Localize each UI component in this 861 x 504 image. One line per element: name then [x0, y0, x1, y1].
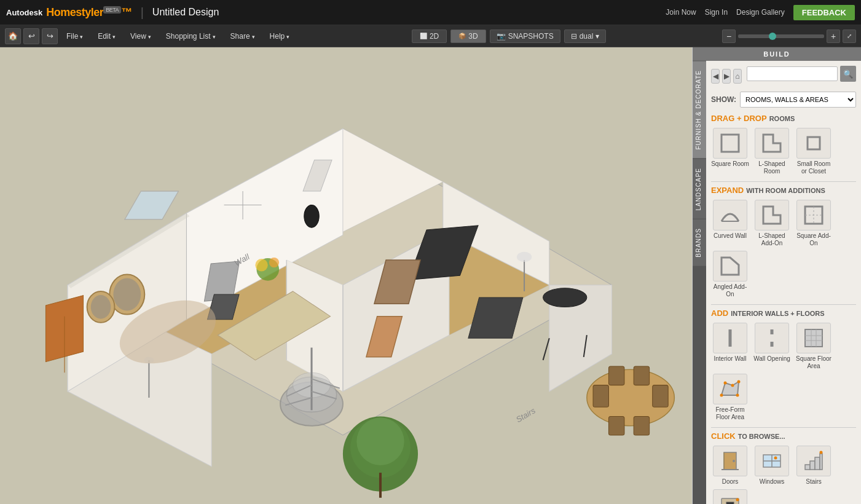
panel-search-go-button[interactable]: 🔍 — [840, 66, 856, 82]
show-select[interactable]: ROOMS, WALLS & AREAS — [740, 92, 856, 108]
interior-wall-icon — [713, 323, 747, 353]
join-now-link[interactable]: Join Now — [666, 8, 696, 17]
browse-heading: CLICK TO BROWSE... — [711, 431, 856, 441]
zoom-slider[interactable] — [738, 34, 824, 38]
redo-button[interactable]: ↪ — [42, 28, 58, 44]
home-icon-button[interactable]: 🏠 — [5, 28, 21, 44]
windows-item[interactable]: Windows — [753, 446, 791, 486]
stairs-item[interactable]: Stairs — [795, 446, 833, 486]
svg-rect-51 — [653, 385, 668, 408]
square-room-item[interactable]: Square Room — [711, 128, 749, 175]
house-scene: Wall Stairs — [0, 47, 692, 504]
view-2d-button[interactable]: ⬜2D — [412, 30, 447, 43]
svg-rect-98 — [820, 454, 822, 470]
svg-point-20 — [91, 295, 111, 319]
panel-search-input[interactable] — [747, 66, 838, 81]
feedback-button[interactable]: FEEDBACK — [793, 5, 855, 20]
windows-icon — [755, 446, 789, 476]
snapshots-button[interactable]: 📷 SNAPSHOTS — [490, 30, 560, 43]
view-menu[interactable]: View▾ — [124, 30, 157, 43]
fireplaces-item[interactable]: Fireplaces — [711, 489, 749, 504]
drag-drop-rooms-grid: Square Room L-Shaped Room Small Room or … — [711, 128, 856, 175]
panel-back-button[interactable]: ◀ — [711, 69, 720, 84]
square-addon-label: Square Add-On — [795, 232, 833, 247]
add-label: ADD — [711, 309, 728, 318]
doors-item[interactable]: Doors — [711, 446, 749, 486]
svg-rect-67 — [808, 137, 820, 149]
rooms-label: ROOMS — [769, 115, 795, 122]
logo-homestyler: HomestylerBETA™ — [46, 6, 132, 19]
square-addon-icon — [796, 200, 831, 230]
free-form-floor-area-item[interactable]: Free-Form Floor Area — [711, 374, 749, 421]
landscape-tab[interactable]: LANDSCAPE — [693, 159, 706, 219]
panel-forward-button[interactable]: ▶ — [722, 69, 731, 84]
l-shaped-room-item[interactable]: L-Shaped Room — [753, 128, 791, 175]
svg-rect-55 — [634, 417, 649, 436]
undo-button[interactable]: ↩ — [23, 28, 39, 44]
share-menu[interactable]: Share▾ — [224, 30, 261, 43]
canvas-area[interactable]: ▲ ▼ ◀ ▶ — [0, 47, 692, 504]
curved-wall-item[interactable]: Curved Wall — [711, 200, 749, 247]
right-panel: BUILD FURNISH & DECORATE LANDSCAPE BRAND… — [692, 47, 861, 504]
room-additions-grid: Curved Wall L-Shaped Add-On Square Add-O… — [711, 200, 856, 298]
svg-rect-97 — [815, 457, 820, 470]
square-room-icon — [713, 128, 747, 159]
svg-point-86 — [736, 394, 739, 397]
design-gallery-link[interactable]: Design Gallery — [736, 8, 785, 17]
brands-tab[interactable]: BRANDS — [693, 219, 706, 266]
edit-menu[interactable]: Edit▾ — [92, 30, 122, 43]
square-room-label: Square Room — [711, 160, 749, 168]
svg-point-94 — [774, 457, 777, 460]
svg-rect-77 — [805, 329, 822, 347]
build-label: BUILD — [763, 50, 790, 58]
right-panel-inner: FURNISH & DECORATE LANDSCAPE BRANDS 🔍 ◀ … — [693, 61, 861, 504]
svg-point-87 — [720, 394, 723, 397]
vertical-tabs: FURNISH & DECORATE LANDSCAPE BRANDS 🔍 — [693, 61, 706, 504]
zoom-out-button[interactable]: − — [722, 30, 736, 43]
beta-badge: BETA — [103, 6, 121, 14]
interior-walls-label: INTERIOR WALLS + FLOORS — [731, 310, 824, 317]
zoom-in-button[interactable]: + — [827, 30, 840, 43]
svg-rect-50 — [593, 385, 608, 408]
drag-drop-heading: DRAG + DROP ROOMS — [711, 114, 856, 123]
wall-opening-item[interactable]: Wall Opening — [753, 323, 791, 370]
furnish-decorate-tab[interactable]: FURNISH & DECORATE — [693, 61, 706, 159]
topbar-left: Autodesk HomestylerBETA™ | Untitled Desi… — [6, 6, 219, 20]
dual-view-button[interactable]: ⊟ dual ▾ — [564, 30, 607, 43]
top-bar: Autodesk HomestylerBETA™ | Untitled Desi… — [0, 0, 861, 25]
sign-in-link[interactable]: Sign In — [705, 8, 728, 17]
fullscreen-button[interactable]: ⤢ — [843, 30, 856, 43]
brand-name: Autodesk — [6, 8, 42, 17]
svg-point-44 — [269, 258, 279, 267]
interior-wall-item[interactable]: Interior Wall — [711, 323, 749, 370]
small-room-closet-item[interactable]: Small Room or Closet — [795, 128, 833, 175]
svg-point-84 — [731, 384, 734, 387]
doors-label: Doors — [722, 478, 739, 486]
square-addon-item[interactable]: Square Add-On — [795, 200, 833, 247]
svg-rect-96 — [810, 461, 815, 470]
curved-wall-label: Curved Wall — [714, 232, 747, 240]
browse-grid: Doors Windows — [711, 446, 856, 504]
fireplaces-icon — [713, 489, 747, 504]
file-menu[interactable]: File▾ — [60, 30, 89, 43]
view-3d-button[interactable]: 📦3D — [450, 30, 486, 43]
expand-label: EXPAND — [711, 186, 744, 195]
svg-rect-65 — [721, 135, 739, 152]
main-area: ▲ ▼ ◀ ▶ — [0, 47, 861, 504]
svg-rect-95 — [805, 465, 810, 470]
square-floor-area-item[interactable]: Square Floor Area — [795, 323, 833, 370]
shopping-list-menu[interactable]: Shopping List▾ — [160, 30, 222, 43]
svg-point-28 — [304, 205, 319, 227]
angled-addon-item[interactable]: Angled Add-On — [711, 251, 749, 298]
svg-point-85 — [737, 380, 741, 384]
l-shaped-room-label: L-Shaped Room — [753, 160, 791, 175]
panel-top-bar: BUILD — [693, 47, 861, 61]
design-title[interactable]: Untitled Design — [152, 7, 219, 18]
l-shaped-addon-item[interactable]: L-Shaped Add-On — [753, 200, 791, 247]
help-menu[interactable]: Help▾ — [264, 30, 296, 43]
curved-wall-icon — [713, 200, 747, 230]
panel-home-button[interactable]: ⌂ — [733, 69, 742, 84]
zoom-slider-thumb[interactable] — [769, 33, 776, 40]
sep1 — [711, 181, 856, 182]
svg-point-89 — [733, 460, 735, 462]
